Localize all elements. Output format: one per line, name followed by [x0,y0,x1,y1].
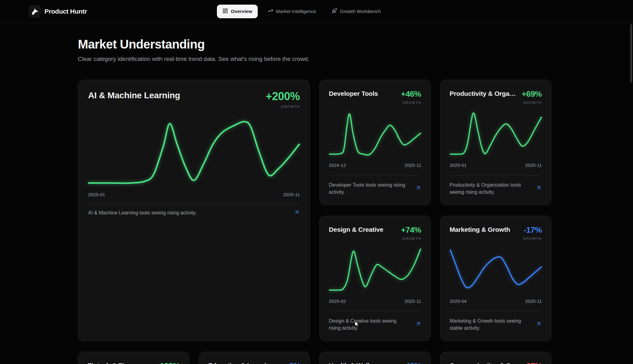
category-card-education-learning[interactable]: Education & Learning 0% GROWTH [199,352,310,364]
date-start: 2025-02 [329,298,346,304]
date-end: 2025-11 [283,192,300,197]
growth-label: GROWTH [523,237,542,240]
tab-label: Growth Workbench [340,9,381,14]
growth-value: +200% [266,90,300,103]
category-card-health-wellness[interactable]: Health & Wellness -40% GROWTH [319,352,431,364]
arrow-up-right-icon[interactable] [415,321,421,328]
date-start: 2025-04 [450,298,467,304]
scrollbar-thumb[interactable] [630,24,632,83]
trend-sparkline [329,109,421,159]
date-end: 2025-11 [525,163,542,168]
category-card-developer-tools[interactable]: Developer Tools +46% GROWTH 2024-12 2025… [319,80,431,205]
category-card-fintech-finance[interactable]: Fintech & Finance +123% GROWTH [78,352,189,364]
trend-sparkline [450,245,542,295]
date-end: 2025-11 [405,163,421,168]
growth-value: +46% [401,89,421,99]
card-note: Productivity & Organization tools seeing… [450,181,529,196]
brand-name: Product Huntr [45,8,87,15]
card-title: Communication & C... [450,361,516,364]
growth-value: +74% [401,225,421,235]
card-note: AI & Machine Learning tools seeing risin… [88,209,197,216]
main-content: Market Understanding Clear category iden… [78,37,551,364]
trending-up-icon [268,8,273,15]
growth-value: -67% [523,361,542,364]
date-end: 2025-11 [525,298,542,304]
tab-overview[interactable]: Overview [217,5,258,18]
page-subtitle: Clear category identification with real-… [78,56,551,62]
trend-sparkline [329,245,421,295]
page-title: Market Understanding [78,37,551,51]
card-note: Design & Creative tools seeing rising ac… [329,317,408,332]
dog-logo-icon [28,5,41,18]
date-start: 2025-01 [88,192,105,197]
card-title: Education & Learning [208,361,274,364]
growth-value: -40% [402,361,421,364]
rocket-icon [332,8,337,15]
category-card-productivity-organization[interactable]: Productivity & Organization +69% GROWTH … [440,80,552,205]
growth-value: 0% [282,361,300,364]
arrow-up-right-icon[interactable] [415,185,421,192]
date-start: 2025-01 [450,163,467,168]
date-start: 2024-12 [329,163,346,168]
tab-label: Overview [231,9,252,14]
tab-market-intelligence[interactable]: Market Intelligence [262,5,322,18]
arrow-up-right-icon[interactable] [536,185,542,192]
tab-growth-workbench[interactable]: Growth Workbench [326,5,386,18]
card-title: Health & Wellness [329,361,384,364]
card-note: Marketing & Growth tools seeing stable a… [450,317,529,332]
tab-label: Market Intelligence [276,9,316,14]
card-title: Productivity & Organization [450,89,518,97]
growth-value: -17% [523,225,542,235]
card-title: AI & Machine Learning [88,90,180,100]
card-title: Developer Tools [329,89,378,97]
category-card-communication[interactable]: Communication & C... -67% GROWTH [440,352,552,364]
growth-label: GROWTH [522,101,542,104]
card-title: Marketing & Growth [450,225,510,233]
nav-tabs: Overview Market Intelligence Growth Work… [217,5,386,18]
top-nav: Product Huntr Overview Market Intelligen… [0,0,633,23]
growth-label: GROWTH [266,105,300,108]
growth-value: +69% [522,89,542,99]
date-end: 2025-11 [405,298,421,304]
card-title: Fintech & Finance [87,361,142,364]
category-card-ai-machine-learning[interactable]: AI & Machine Learning +200% GROWTH 2025-… [78,80,310,341]
trend-sparkline [450,109,542,159]
growth-label: GROWTH [401,237,421,240]
arrow-up-right-icon[interactable] [294,209,300,217]
growth-label: GROWTH [401,101,421,104]
card-note: Developer Tools tools seeing rising acti… [329,181,408,196]
brand[interactable]: Product Huntr [28,5,87,18]
layout-grid-icon [223,8,228,15]
trend-sparkline [88,116,300,188]
growth-value: +123% [155,361,180,364]
market-understanding-page: { "nav": { "brand": "Product Huntr", "ta… [0,0,633,364]
category-card-marketing-growth[interactable]: Marketing & Growth -17% GROWTH 2025-04 2… [440,216,552,341]
category-card-design-creative[interactable]: Design & Creative +74% GROWTH 2025-02 20… [319,216,431,341]
card-title: Design & Creative [329,225,383,233]
category-grid: AI & Machine Learning +200% GROWTH 2025-… [78,80,551,364]
arrow-up-right-icon[interactable] [536,321,542,328]
